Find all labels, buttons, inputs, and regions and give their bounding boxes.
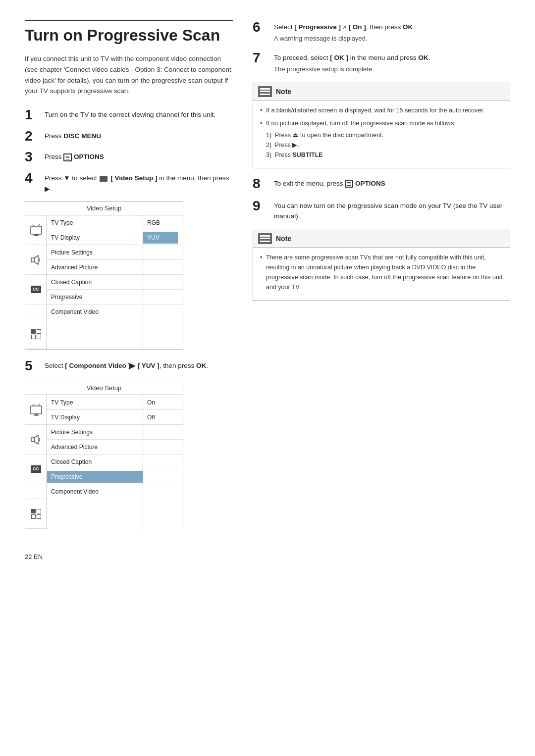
svg-rect-5: [31, 258, 34, 262]
subtitle-icon-1: CC: [25, 275, 47, 304]
vs-label-picture-settings-1: Picture Settings: [47, 247, 143, 258]
vs-icons-col-2: CC: [25, 395, 47, 529]
svg-rect-9: [34, 415, 39, 416]
note-icon-1: [258, 86, 272, 97]
svg-rect-1: [35, 234, 38, 235]
vs-value-component-video-2: [143, 489, 178, 494]
svg-rect-2: [34, 235, 39, 236]
step-1-text: Turn on the TV to the correct viewing ch…: [45, 107, 215, 120]
vs-val-row-component-video-2: [143, 484, 183, 499]
video-setup-table-2: Video Setup: [25, 381, 183, 529]
vs-row-closed-caption-2: Closed Caption: [47, 454, 143, 469]
vs-label-tv-display-2: TV Display: [47, 411, 143, 423]
speaker-icon-2: [25, 425, 47, 454]
vs-value-advanced-picture-1: [143, 265, 178, 270]
vs-row-component-video-2: Component Video: [47, 484, 143, 499]
vs-val-row-advanced-picture-2: [143, 440, 183, 454]
note1-sub-3: 3) Press SUBTITLE: [266, 150, 503, 160]
vs-labels-col-1: TV Type TV Display Picture Settings Adva…: [47, 215, 143, 349]
video-setup-header-1: Video Setup: [25, 202, 183, 215]
vs-row-progressive-2: Progressive: [47, 469, 143, 484]
vs-label-progressive-1: Progressive: [47, 291, 143, 303]
vs-val-row-picture-settings-2: [143, 425, 183, 440]
step-8-content: To exit the menu, press ☰ OPTIONS: [274, 176, 385, 189]
vs-label-component-video-2: Component Video: [47, 486, 143, 498]
options-icon-step8: ☰: [345, 180, 353, 188]
subtitle-icon-2: CC: [25, 454, 47, 484]
step-7-subtext: The progressive setup is complete.: [274, 64, 430, 75]
vs-value-closed-caption-2: [143, 459, 178, 464]
step-9-number: 9: [253, 199, 270, 214]
vs-val-row-tv-display-2: Off: [143, 410, 183, 425]
vs-val-row-progressive-1: [143, 290, 183, 304]
svg-rect-8: [35, 414, 38, 415]
step-6-number: 6: [253, 20, 270, 35]
intro-text: If you connect this unit to TV with the …: [25, 53, 233, 96]
vs-label-progressive-2: Progressive: [47, 471, 143, 483]
vs-row-progressive-1: Progressive: [47, 290, 143, 304]
note1-sub-2: 2) Press ▶.: [266, 140, 503, 150]
vs-val-row-tv-type-2: On: [143, 395, 183, 410]
step-2-text: Press DISC MENU: [45, 129, 101, 142]
vs-label-tv-type-1: TV Type: [47, 217, 143, 229]
vs-value-progressive-2: [143, 474, 178, 479]
tv-icon-2: [25, 395, 47, 425]
vs-labels-col-2: TV Type TV Display Picture Settings Adva…: [47, 395, 143, 529]
svg-marker-13: [34, 435, 38, 444]
page-title: Turn on Progressive Scan: [25, 20, 233, 45]
vs-value-picture-settings-1: [143, 250, 178, 255]
grid-icon-1: [25, 319, 47, 349]
vs-label-advanced-picture-2: Advanced Picture: [47, 441, 143, 453]
step-8-number: 8: [253, 176, 270, 192]
note1-sub-1: 1) Press ⏏ to open the disc compartment.: [266, 130, 503, 140]
note-box-2: Note There are some progressive scan TVs…: [253, 230, 510, 301]
vs-label-closed-caption-1: Closed Caption: [47, 276, 143, 288]
note2-item-1: There are some progressive scan TVs that…: [260, 252, 503, 292]
video-setup-header-2: Video Setup: [25, 381, 183, 395]
vs-row-tv-display-1: TV Display: [47, 230, 143, 245]
vs-value-tv-display-1: YUV: [143, 232, 178, 244]
vs-label-tv-display-1: TV Display: [47, 232, 143, 244]
vs-row-picture-settings-2: Picture Settings: [47, 425, 143, 440]
note1-item-1: If a blank/distorted screen is displayed…: [260, 105, 503, 115]
step-3-number: 3: [25, 150, 40, 165]
vs-label-picture-settings-2: Picture Settings: [47, 426, 143, 438]
placeholder-icon-1: [25, 304, 47, 319]
vs-value-tv-type-2: On: [143, 397, 178, 408]
video-setup-table-1: Video Setup: [25, 201, 183, 350]
vs-label-advanced-picture-1: Advanced Picture: [47, 261, 143, 273]
step-4: 4 Press ▼ to select [ Video Setup ] in t…: [25, 171, 233, 194]
step-7: 7 To proceed, select [ OK ] in the menu …: [253, 50, 510, 74]
step-1: 1 Turn on the TV to the correct viewing …: [25, 107, 233, 123]
vs-val-row-closed-caption-1: [143, 275, 183, 290]
vs-val-row-component-video-1: [143, 304, 183, 319]
vs-row-tv-type-2: TV Type: [47, 395, 143, 410]
note1-item-2: If no picture displayed, turn off the pr…: [260, 118, 503, 160]
vs-row-tv-display-2: TV Display: [47, 410, 143, 425]
step-1-number: 1: [25, 107, 40, 123]
step-6-subtext: A warning message is displayed.: [274, 34, 415, 44]
vs-values-col-2: On Off: [143, 395, 183, 529]
vs-values-col-1: RGB YUV: [143, 215, 183, 349]
vs-icons-col-1: CC: [25, 215, 47, 349]
step-5: 5 Select [ Component Video ]▶ [ YUV ], t…: [25, 358, 233, 374]
vs-label-closed-caption-2: Closed Caption: [47, 456, 143, 468]
note-header-2: Note: [253, 230, 510, 248]
vs-value-component-video-1: [143, 309, 178, 314]
step-8: 8 To exit the menu, press ☰ OPTIONS: [253, 176, 510, 192]
right-column: 6 Select [ Progressive ] > [ On ], then …: [253, 20, 510, 538]
svg-rect-12: [31, 438, 34, 442]
step-4-text: Press ▼ to select [ Video Setup ] in the…: [45, 171, 233, 194]
vs-row-advanced-picture-1: Advanced Picture: [47, 260, 143, 275]
step-9-content: You can now turn on the progressive scan…: [274, 199, 510, 222]
vs-value-tv-type-1: RGB: [143, 217, 178, 229]
svg-rect-0: [31, 226, 42, 234]
note-title-2: Note: [276, 235, 291, 243]
vs-row-component-video-1: Component Video: [47, 304, 143, 319]
step-4-number: 4: [25, 171, 40, 186]
tv-icon-1: [25, 215, 47, 245]
note-box-1: Note If a blank/distorted screen is disp…: [253, 83, 510, 168]
note-header-1: Note: [253, 83, 510, 101]
step-3: 3 Press ☰ OPTIONS: [25, 150, 233, 165]
vs-val-row-tv-display-1: YUV: [143, 230, 183, 245]
